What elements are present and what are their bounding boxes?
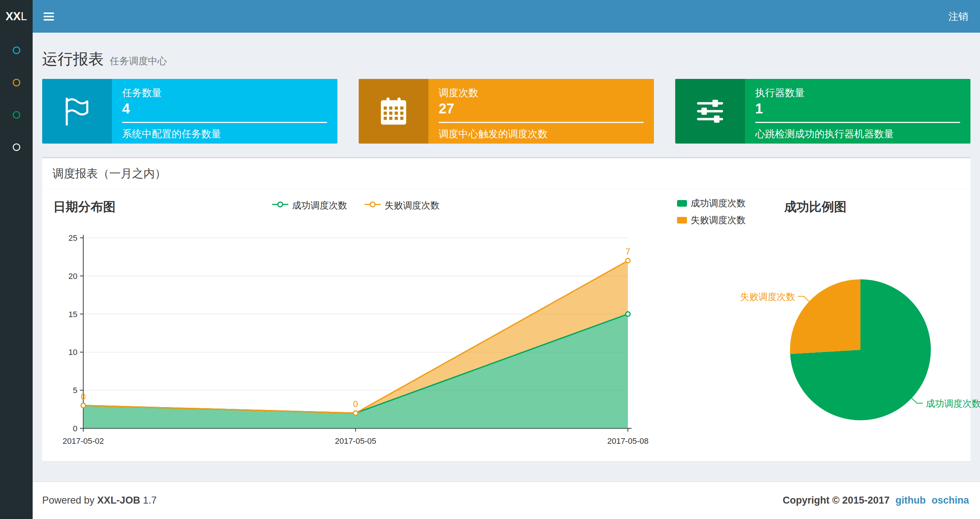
info-box-title: 执行器数量 — [755, 86, 960, 99]
panel-body: 日期分布图 成功调度次数失败调度次数 05101520252017-05-022… — [42, 189, 970, 462]
product-version: 1.7 — [143, 495, 157, 506]
info-box-number: 27 — [439, 101, 644, 117]
svg-text:15: 15 — [68, 310, 77, 319]
info-box-number: 4 — [122, 101, 327, 117]
footer-link-oschina[interactable]: oschina — [932, 495, 969, 506]
page-title: 运行报表 — [42, 50, 104, 67]
circle-icon — [12, 78, 21, 89]
info-box-description: 调度中心触发的调度次数 — [439, 127, 644, 141]
legend-label: 失败调度次数 — [690, 214, 746, 226]
line-chart-legend: 成功调度次数失败调度次数 — [83, 199, 628, 211]
svg-text:0: 0 — [81, 392, 86, 402]
svg-text:2017-05-08: 2017-05-08 — [608, 436, 649, 446]
svg-text:0: 0 — [353, 399, 358, 409]
footer: Powered by XXL-JOB 1.7 Copyright © 2015-… — [33, 482, 980, 519]
info-box-description: 系统中配置的任务数量 — [122, 127, 327, 141]
info-box-row: 任务数量 4 系统中配置的任务数量 调度次数 27 调度中心触发的调度次数 执行… — [42, 79, 970, 144]
calendar-icon — [359, 79, 428, 144]
page-subtitle: 任务调度中心 — [110, 56, 167, 66]
svg-text:0: 0 — [73, 424, 77, 433]
info-box-number: 1 — [755, 101, 960, 117]
report-panel: 调度报表（一月之内） 日期分布图 成功调度次数失败调度次数 0510152025… — [42, 157, 970, 462]
line-legend-item-1[interactable]: 成功调度次数 — [272, 199, 347, 211]
sidebar-item-3[interactable] — [0, 99, 33, 132]
footer-right: Copyright © 2015-2017githuboschina — [783, 495, 969, 506]
sliders-icon — [675, 79, 745, 144]
page-header: 运行报表 任务调度中心 — [42, 49, 970, 69]
powered-by: Powered by XXL-JOB 1.7 — [42, 495, 157, 506]
circle-icon — [12, 46, 21, 56]
logout-link[interactable]: 注销 — [937, 0, 980, 33]
info-box-progress-bar — [122, 122, 327, 123]
flag-icon — [42, 79, 112, 144]
info-box-progress-bar — [439, 122, 644, 123]
svg-text:失败调度次数: 失败调度次数 — [740, 291, 795, 302]
legend-label: 成功调度次数 — [292, 199, 347, 211]
legend-label: 成功调度次数 — [690, 197, 746, 209]
info-box-title: 任务数量 — [122, 86, 327, 99]
pie-chart-title: 成功比例图 — [784, 198, 846, 216]
pie-legend-item-1[interactable]: 成功调度次数 — [677, 197, 746, 209]
top-navbar: XXL 注销 — [0, 0, 980, 33]
sidebar-item-2[interactable] — [0, 67, 33, 99]
panel-title: 调度报表（一月之内） — [42, 158, 970, 189]
svg-text:成功调度次数: 成功调度次数 — [926, 398, 980, 409]
legend-swatch — [677, 200, 687, 207]
line-series-icon — [364, 200, 381, 211]
pie-chart-legend: 成功调度次数失败调度次数 — [677, 197, 746, 226]
legend-swatch — [677, 217, 687, 224]
info-box-content: 任务数量 4 系统中配置的任务数量 — [112, 79, 337, 144]
sidebar-item-4[interactable] — [0, 132, 33, 164]
logo-text-rest: L — [21, 10, 27, 23]
info-box-progress-bar — [755, 122, 960, 123]
line-legend-item-2[interactable]: 失败调度次数 — [364, 199, 440, 211]
info-box-2: 调度次数 27 调度中心触发的调度次数 — [359, 79, 654, 144]
copyright-text: Copyright © 2015-2017 — [783, 495, 890, 506]
info-box-content: 执行器数量 1 心跳检测成功的执行器机器数量 — [745, 79, 970, 144]
sidebar-menu — [0, 33, 33, 164]
pie-legend-item-2[interactable]: 失败调度次数 — [677, 214, 746, 226]
info-box-content: 调度次数 27 调度中心触发的调度次数 — [428, 79, 654, 144]
logo-text-bold: XX — [5, 10, 21, 23]
line-chart: 05101520252017-05-022017-05-052017-05-08… — [42, 224, 702, 452]
footer-link-github[interactable]: github — [896, 495, 926, 506]
svg-text:2017-05-02: 2017-05-02 — [63, 436, 104, 446]
hamburger-icon — [44, 13, 54, 21]
info-box-3: 执行器数量 1 心跳检测成功的执行器机器数量 — [675, 79, 970, 144]
app-logo[interactable]: XXL — [0, 0, 33, 33]
product-name: XXL-JOB — [97, 495, 140, 506]
circle-icon — [12, 110, 21, 121]
svg-text:5: 5 — [73, 386, 77, 395]
legend-label: 失败调度次数 — [385, 199, 440, 211]
info-box-1: 任务数量 4 系统中配置的任务数量 — [42, 79, 337, 144]
svg-text:20: 20 — [68, 271, 77, 281]
sidebar — [0, 33, 33, 519]
powered-prefix: Powered by — [42, 495, 95, 506]
circle-icon — [12, 142, 21, 153]
svg-text:2017-05-05: 2017-05-05 — [335, 436, 376, 446]
svg-text:10: 10 — [68, 348, 77, 357]
svg-text:7: 7 — [625, 247, 630, 257]
info-box-title: 调度次数 — [439, 86, 644, 99]
sidebar-toggle-button[interactable] — [33, 0, 65, 33]
svg-text:25: 25 — [68, 233, 77, 243]
pie-chart: 成功调度次数失败调度次数 — [666, 225, 980, 453]
info-box-description: 心跳检测成功的执行器机器数量 — [755, 127, 960, 141]
line-series-icon — [272, 200, 289, 211]
main-content: 运行报表 任务调度中心 任务数量 4 系统中配置的任务数量 调度次数 27 调度… — [33, 33, 980, 482]
sidebar-item-1[interactable] — [0, 35, 33, 67]
